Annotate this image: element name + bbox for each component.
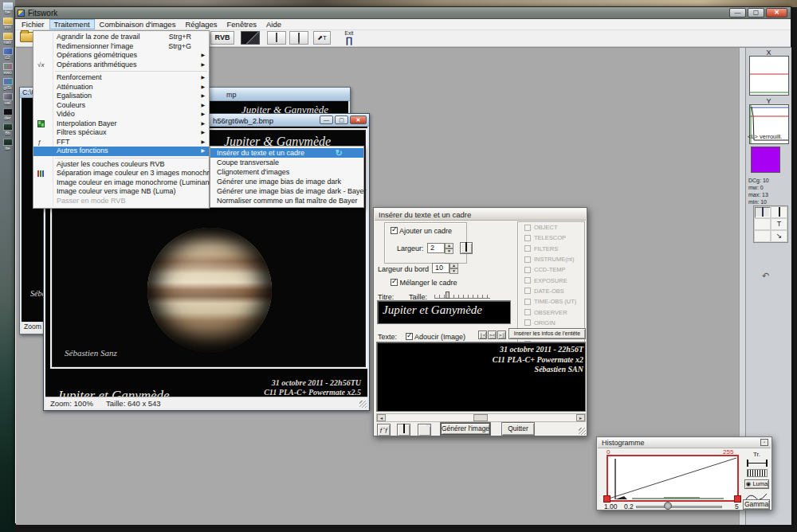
horizontal-scrollbar[interactable]: ◂ ▸ — [376, 413, 586, 422]
slider-thumb[interactable] — [446, 291, 450, 299]
spin-down-icon[interactable]: ▼ — [445, 248, 453, 254]
menu-item[interactable]: Agrandir la zone de travailStrg+R — [33, 33, 209, 42]
luma-button[interactable]: ◉ Luma — [744, 479, 769, 489]
menu-item[interactable]: Ajuster les couches couleurs RVB — [33, 160, 209, 170]
exit-button[interactable]: Exit ∏ — [339, 30, 359, 46]
minimize-button[interactable]: — — [729, 8, 746, 18]
menu-item[interactable]: Opérations géométriques▶ — [33, 51, 209, 61]
menu-item[interactable]: Atténuation▶ — [33, 83, 209, 92]
menu-item-autres-fonctions[interactable]: Autres fonctions▶ — [33, 147, 209, 156]
gamma-slider-track[interactable] — [636, 506, 722, 508]
color-swatch[interactable] — [751, 147, 780, 173]
add-frame-checkbox[interactable]: Ajouter un cadre — [391, 227, 452, 235]
submenu-item[interactable]: Générer une image bias de image dark — [210, 177, 363, 186]
desktop-icon[interactable]: c2 — [1, 48, 14, 61]
align-center-button[interactable]: >< — [488, 331, 497, 339]
menu-item[interactable]: Vidéo▶ — [33, 110, 209, 119]
scroll-left-icon[interactable]: ◂ — [377, 414, 386, 421]
eyedropper-tool[interactable] — [754, 218, 771, 230]
submenu-item[interactable]: Clignotement d'images — [210, 167, 363, 177]
maximize-button[interactable]: ▢ — [748, 8, 764, 18]
submenu-item[interactable]: Générer une image bias de image dark - B… — [210, 186, 363, 196]
curves-tool-icon[interactable] — [241, 31, 260, 45]
menu-item[interactable]: ƒFFT▶ — [33, 138, 209, 147]
menu-traitement[interactable]: Traitement — [49, 19, 95, 29]
menu-aide[interactable]: Aide — [261, 19, 286, 29]
white-point-handle[interactable] — [734, 495, 741, 503]
menu-combinaison[interactable]: Combinaison d'images — [95, 19, 181, 29]
dialog-resize-grip[interactable] — [579, 428, 586, 435]
close-button[interactable]: ✕ — [350, 115, 367, 124]
save-button[interactable] — [418, 424, 431, 436]
histogram-title-bar[interactable]: Histogramme — [598, 438, 771, 448]
border-width-spinner[interactable]: 10 ▲▼ — [432, 263, 458, 273]
menu-item[interactable]: Image couleur vers image NB (Luma) — [33, 187, 209, 197]
soften-checkbox[interactable]: Adoucir (Image) — [406, 333, 465, 341]
blend-frame-checkbox[interactable]: Mélanger le cadre — [391, 279, 457, 287]
submenu-item-inserer-texte[interactable]: Insérer du texte et un cadre↻ — [210, 148, 363, 158]
desktop-icon[interactable]: 8b — [1, 123, 14, 136]
image-select-tool[interactable] — [754, 206, 771, 218]
text-tool[interactable]: T — [771, 218, 787, 230]
generate-image-button[interactable]: Générer l'image — [440, 422, 491, 436]
histogram-tool-icon[interactable] — [289, 31, 308, 45]
spin-up-icon[interactable]: ▲ — [450, 263, 458, 268]
menu-item[interactable]: Couleurs▶ — [33, 101, 209, 111]
menu-item[interactable]: Egalisation▶ — [33, 92, 209, 101]
desktop-icon[interactable]: ual — [1, 93, 14, 106]
menu-item[interactable]: Redimensionner l'imageStrg+G — [33, 42, 209, 52]
menu-item[interactable]: Interpolation Bayer▶ — [33, 119, 209, 129]
desktop-icon[interactable]: giSt — [1, 78, 14, 91]
menu-reglages[interactable]: Réglages — [180, 19, 222, 29]
menu-item[interactable]: Renforcement▶ — [33, 73, 209, 83]
width-spinner[interactable]: 2 ▲▼ — [427, 243, 453, 253]
maximize-button[interactable]: ▢ — [335, 115, 348, 124]
rectangle-tool[interactable] — [771, 206, 787, 218]
gamma-button[interactable]: Gamma — [743, 499, 770, 510]
desktop-icon[interactable]: inn — [1, 18, 14, 30]
submenu-item[interactable]: Normaliser commme un flat maître de Baye… — [210, 196, 363, 205]
gamma-slider-thumb[interactable] — [664, 502, 672, 510]
align-left-button[interactable]: |< — [478, 331, 487, 339]
menu-fichier[interactable]: Fichier — [17, 19, 49, 29]
minimize-button[interactable]: — — [320, 115, 333, 124]
desktop-icon[interactable]: ite — [1, 139, 14, 151]
spin-down-icon[interactable]: ▼ — [450, 268, 458, 274]
histogram-close-icon[interactable]: ▫ — [760, 439, 768, 446]
histogram-bars-icon[interactable] — [747, 469, 768, 477]
text-area[interactable]: 31 octobre 2011 - 22h56T C11 PLA-C+ Powe… — [376, 342, 586, 412]
window-tool-icon[interactable] — [267, 31, 286, 45]
rvb-button[interactable]: RVB — [210, 31, 234, 45]
pointer-tool[interactable]: ↘ — [771, 230, 787, 242]
palette-button[interactable] — [397, 424, 410, 436]
insert-header-button[interactable]: Insérer les infos de l'entête — [508, 328, 586, 339]
text-arrow-tool-icon[interactable]: ⬈T — [313, 31, 331, 45]
scrollbar-thumb[interactable] — [473, 414, 488, 421]
align-right-button[interactable]: >| — [497, 331, 506, 339]
histogram-plot[interactable] — [607, 455, 739, 502]
title-text-input[interactable]: Jupiter et Ganymède — [377, 300, 511, 324]
stamp-tool[interactable] — [754, 230, 771, 242]
desktop-icon[interactable]: be — [1, 2, 14, 15]
menu-item[interactable]: Filtres spéciaux▶ — [33, 128, 209, 138]
submenu-item[interactable]: Coupe transversale — [210, 158, 363, 167]
desktop-icon[interactable]: der — [1, 108, 14, 121]
insert-text-dialog[interactable]: Insérer du texte et un cadre Ajouter un … — [373, 207, 587, 436]
close-button[interactable]: ✕ — [766, 8, 787, 18]
black-point-handle[interactable] — [603, 495, 611, 503]
font-button[interactable]: ƒ'ƒ — [377, 424, 391, 436]
menu-fenetres[interactable]: Fenêtres — [222, 19, 262, 29]
frame-color-button[interactable] — [460, 242, 473, 254]
desktop-icon[interactable]: swo — [1, 63, 14, 76]
menu-item[interactable]: Séparation image couleur en 3 images mon… — [33, 169, 209, 178]
levels-range-icon[interactable] — [747, 460, 768, 467]
menu-item[interactable]: √xOpérations arithmétiques▶ — [33, 61, 209, 70]
spin-up-icon[interactable]: ▲ — [445, 243, 453, 248]
dialog-title-bar[interactable]: Insérer du texte et un cadre — [375, 209, 586, 221]
resize-grip[interactable] — [359, 401, 367, 408]
scroll-right-icon[interactable]: ▸ — [576, 414, 585, 421]
undo-icon[interactable]: ↶ — [762, 271, 769, 281]
menu-item[interactable]: Image couleur en image monochrome (Lumin… — [33, 178, 209, 188]
quit-button[interactable]: Quitter — [501, 422, 535, 436]
histogram-window[interactable]: Histogramme ▫ 0 255 1.00 0.2 5 Tr. ◉ Lum… — [596, 436, 772, 510]
